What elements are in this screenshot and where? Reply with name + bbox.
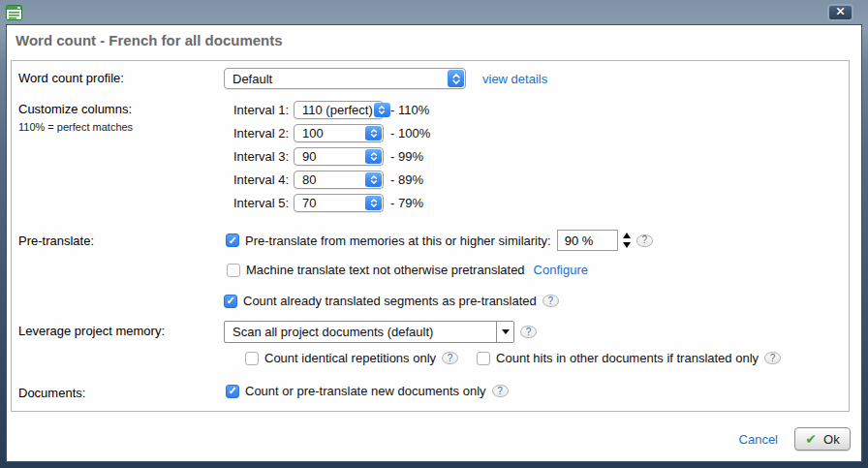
pretranslate-label: Pre-translate: (18, 234, 94, 248)
documents-row: ✓ Count or pre-translate new documents o… (226, 384, 509, 398)
interval-1-label: Interval 1: (233, 103, 294, 117)
interval-2-select[interactable]: 100 (294, 124, 384, 142)
check-icon: ✓ (226, 296, 234, 306)
similarity-checkbox-label[interactable]: Pre-translate from memories at this or h… (245, 234, 551, 248)
stepper-icon (365, 149, 382, 164)
spinner-up-icon[interactable] (623, 233, 631, 238)
ok-button-label: Ok (823, 432, 840, 447)
app-window-icon (6, 5, 22, 20)
help-icon[interactable]: ? (520, 326, 537, 338)
similarity-input[interactable] (557, 230, 618, 251)
machine-translate-checkbox[interactable] (227, 264, 240, 277)
similarity-checkbox[interactable]: ✓ (226, 234, 239, 247)
profile-select[interactable]: Default (224, 68, 466, 89)
interval-row-3: Interval 3: 90 - 99% (233, 147, 423, 166)
similarity-row: ✓ Pre-translate from memories at this or… (226, 230, 653, 251)
interval-5-select[interactable]: 70 (294, 194, 384, 212)
stepper-icon (448, 70, 464, 87)
interval-row-2: Interval 2: 100 - 100% (233, 124, 430, 142)
hits-other-documents-checkbox[interactable] (477, 352, 490, 365)
similarity-spinner[interactable] (623, 233, 631, 248)
interval-4-label: Interval 4: (233, 172, 294, 187)
count-translated-checkbox[interactable]: ✓ (224, 295, 237, 308)
view-details-link[interactable]: view details (482, 72, 547, 86)
check-icon: ✓ (228, 386, 236, 396)
stepper-icon (374, 103, 390, 117)
ok-check-icon: ✔ (805, 432, 817, 446)
help-icon[interactable]: ? (764, 352, 781, 364)
dialog-footer: Cancel ✔ Ok (739, 427, 851, 451)
stepper-icon (365, 126, 382, 140)
ok-button[interactable]: ✔ Ok (794, 427, 851, 451)
interval-5-label: Interval 5: (233, 196, 294, 210)
settings-panel: Word count profile: Default view details… (11, 60, 850, 412)
leverage-options-row: Count identical repetitions only ? Count… (245, 351, 781, 365)
stepper-icon (365, 172, 382, 187)
interval-5-range: - 79% (390, 196, 423, 210)
machine-translate-row: Machine translate text not otherwise pre… (227, 263, 588, 277)
interval-3-select[interactable]: 90 (294, 147, 384, 166)
close-icon[interactable]: ✕ (827, 4, 853, 21)
cancel-button[interactable]: Cancel (739, 432, 778, 447)
documents-label: Documents: (18, 386, 85, 400)
interval-2-range: - 100% (390, 126, 430, 140)
hits-other-documents-label[interactable]: Count hits in other documents if transla… (496, 351, 759, 365)
machine-translate-checkbox-label[interactable]: Machine translate text not otherwise pre… (246, 263, 525, 277)
help-icon[interactable]: ? (442, 352, 458, 364)
configure-link[interactable]: Configure (534, 263, 588, 277)
new-documents-checkbox-label[interactable]: Count or pre-translate new documents onl… (245, 384, 486, 398)
leverage-select[interactable]: Scan all project documents (default) (224, 321, 514, 343)
interval-row-5: Interval 5: 70 - 79% (233, 194, 423, 212)
help-icon[interactable]: ? (492, 385, 509, 397)
interval-4-select[interactable]: 80 (294, 171, 384, 189)
help-icon[interactable]: ? (542, 295, 559, 307)
interval-2-label: Interval 2: (233, 126, 294, 140)
title-bar: ✕ (0, 0, 868, 25)
interval-row-1: Interval 1: 110 (perfect) - 110% (233, 101, 429, 119)
leverage-row: Scan all project documents (default) ? (224, 321, 537, 343)
interval-1-range: - 110% (390, 103, 429, 117)
help-icon[interactable]: ? (636, 234, 653, 247)
leverage-label: Leverage project memory: (18, 324, 165, 338)
leverage-select-value: Scan all project documents (default) (225, 322, 496, 342)
count-translated-checkbox-label[interactable]: Count already translated segments as pre… (243, 294, 537, 308)
count-translated-row: ✓ Count already translated segments as p… (224, 294, 559, 308)
interval-1-select[interactable]: 110 (perfect) (294, 101, 384, 119)
identical-repetitions-label[interactable]: Count identical repetitions only (264, 351, 436, 365)
customize-note: 110% = perfect matches (18, 121, 133, 133)
stepper-icon (365, 196, 382, 210)
customize-label: Customize columns: (18, 102, 132, 116)
identical-repetitions-checkbox[interactable] (245, 352, 259, 365)
check-icon: ✓ (228, 235, 236, 246)
interval-3-label: Interval 3: (233, 149, 294, 164)
profile-label: Word count profile: (18, 71, 124, 85)
interval-4-range: - 89% (390, 172, 423, 187)
new-documents-checkbox[interactable]: ✓ (226, 385, 239, 398)
chevron-down-icon[interactable] (496, 322, 513, 342)
interval-3-range: - 99% (390, 149, 423, 164)
word-count-dialog: Word count - French for all documents Wo… (7, 25, 861, 461)
interval-row-4: Interval 4: 80 - 89% (233, 171, 423, 189)
spinner-down-icon[interactable] (623, 242, 631, 248)
profile-select-value: Default (232, 72, 272, 86)
page-title: Word count - French for all documents (16, 32, 283, 48)
